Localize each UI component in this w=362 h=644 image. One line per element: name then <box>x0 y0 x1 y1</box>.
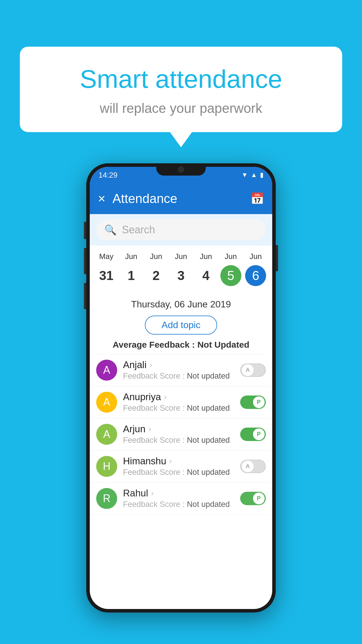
toggle-knob: P <box>253 428 265 440</box>
student-feedback: Feedback Score : Not updated <box>123 468 234 477</box>
phone-button-vol-down <box>84 283 86 309</box>
attendance-toggle[interactable]: A <box>240 363 266 377</box>
date-item[interactable]: Jun4 <box>194 252 217 286</box>
date-month-label: May <box>99 252 113 261</box>
battery-icon: ▮ <box>260 171 263 179</box>
student-item[interactable]: AArjun ›Feedback Score : Not updatedP <box>90 418 272 450</box>
phone-button-power <box>276 245 278 271</box>
signal-icon: ▲ <box>251 171 257 179</box>
chevron-right-icon: › <box>169 456 172 466</box>
student-name: Rahul › <box>123 488 234 499</box>
student-info: Anupriya ›Feedback Score : Not updated <box>123 391 234 413</box>
app-bar: × Attendance 📅 <box>90 183 272 214</box>
avg-feedback: Average Feedback : Not Updated <box>90 340 272 354</box>
attendance-toggle[interactable]: P <box>240 428 266 441</box>
attendance-toggle-wrap: P <box>240 428 266 441</box>
date-month-label: Jun <box>150 252 162 261</box>
date-month-label: Jun <box>200 252 212 261</box>
phone-notch <box>156 163 206 176</box>
calendar-icon[interactable]: 📅 <box>250 192 264 205</box>
student-avatar: R <box>96 488 117 509</box>
chevron-right-icon: › <box>150 360 152 370</box>
date-month-label: Jun <box>249 252 262 261</box>
wifi-icon: ▼ <box>241 171 248 179</box>
student-feedback: Feedback Score : Not updated <box>123 372 234 381</box>
phone-screen: 14:29 ▼ ▲ ▮ × Attendance 📅 🔍 Search <box>90 167 272 609</box>
attendance-toggle-wrap: A <box>240 460 266 473</box>
student-avatar: H <box>96 456 117 477</box>
date-picker[interactable]: May31Jun1Jun2Jun3Jun4Jun5Jun6 <box>90 246 272 294</box>
search-placeholder: Search <box>122 224 155 236</box>
student-avatar: A <box>96 424 117 445</box>
date-item[interactable]: Jun2 <box>145 252 168 286</box>
date-month-label: Jun <box>225 252 237 261</box>
toggle-knob: P <box>253 396 265 408</box>
student-info: Rahul ›Feedback Score : Not updated <box>123 488 234 509</box>
phone-button-mute <box>84 222 86 239</box>
student-avatar: A <box>96 360 117 381</box>
student-name: Anupriya › <box>123 391 234 402</box>
status-icons: ▼ ▲ ▮ <box>241 171 263 179</box>
feedback-value: Not updated <box>187 468 230 477</box>
search-container: 🔍 Search <box>90 214 272 246</box>
date-row: May31Jun1Jun2Jun3Jun4Jun5Jun6 <box>94 252 268 286</box>
phone-frame: 14:29 ▼ ▲ ▮ × Attendance 📅 🔍 Search <box>86 163 276 612</box>
phone-wrapper: 14:29 ▼ ▲ ▮ × Attendance 📅 🔍 Search <box>86 163 276 612</box>
attendance-toggle-wrap: P <box>240 396 266 409</box>
feedback-value: Not updated <box>187 500 230 509</box>
close-button[interactable]: × <box>98 191 106 206</box>
date-number[interactable]: 2 <box>146 265 167 286</box>
date-number[interactable]: 5 <box>220 265 241 286</box>
attendance-toggle-wrap: P <box>240 492 266 505</box>
student-item[interactable]: AAnupriya ›Feedback Score : Not updatedP <box>90 386 272 418</box>
student-feedback: Feedback Score : Not updated <box>123 436 234 445</box>
date-month-label: Jun <box>175 252 187 261</box>
date-number[interactable]: 3 <box>171 265 191 286</box>
feedback-value: Not updated <box>187 404 230 412</box>
student-name: Anjali › <box>123 359 234 370</box>
toggle-knob: A <box>242 461 254 472</box>
attendance-toggle[interactable]: A <box>240 460 266 473</box>
speech-bubble-title: Smart attendance <box>37 64 325 94</box>
attendance-toggle[interactable]: P <box>240 492 266 505</box>
phone-button-vol-up <box>84 248 86 274</box>
date-month-label: Jun <box>125 252 137 261</box>
phone-camera <box>178 166 184 173</box>
chevron-right-icon: › <box>164 392 166 402</box>
add-topic-button[interactable]: Add topic <box>145 316 217 335</box>
student-feedback: Feedback Score : Not updated <box>123 500 234 509</box>
attendance-toggle[interactable]: P <box>240 396 266 409</box>
app-title: Attendance <box>113 191 243 206</box>
student-item[interactable]: RRahul ›Feedback Score : Not updatedP <box>90 482 272 514</box>
speech-bubble-wrapper: Smart attendance will replace your paper… <box>20 47 342 132</box>
student-item[interactable]: AAnjali ›Feedback Score : Not updatedA <box>90 354 272 386</box>
avg-feedback-label: Average Feedback : <box>113 340 195 349</box>
student-name: Himanshu › <box>123 456 234 467</box>
date-number[interactable]: 4 <box>195 265 216 286</box>
chevron-right-icon: › <box>151 489 154 498</box>
toggle-knob: P <box>253 493 265 504</box>
add-topic-container: Add topic <box>90 312 272 340</box>
student-name: Arjun › <box>123 424 234 435</box>
date-number[interactable]: 31 <box>96 265 117 286</box>
speech-bubble-subtitle: will replace your paperwork <box>37 100 325 116</box>
selected-date-label: Thursday, 06 June 2019 <box>90 294 272 312</box>
date-item[interactable]: Jun6 <box>244 252 267 286</box>
student-item[interactable]: HHimanshu ›Feedback Score : Not updatedA <box>90 450 272 482</box>
student-list: AAnjali ›Feedback Score : Not updatedAAA… <box>90 354 272 514</box>
status-time: 14:29 <box>99 171 117 180</box>
student-info: Anjali ›Feedback Score : Not updated <box>123 359 234 381</box>
date-number[interactable]: 1 <box>121 265 142 286</box>
date-item[interactable]: Jun1 <box>120 252 143 286</box>
student-info: Himanshu ›Feedback Score : Not updated <box>123 456 234 477</box>
date-item[interactable]: May31 <box>95 252 118 286</box>
feedback-value: Not updated <box>187 436 230 444</box>
search-icon: 🔍 <box>104 224 117 236</box>
date-item[interactable]: Jun3 <box>169 252 193 286</box>
chevron-right-icon: › <box>148 424 151 434</box>
search-bar[interactable]: 🔍 Search <box>96 219 266 240</box>
speech-bubble: Smart attendance will replace your paper… <box>20 47 342 132</box>
date-number[interactable]: 6 <box>245 265 266 286</box>
student-info: Arjun ›Feedback Score : Not updated <box>123 424 234 445</box>
date-item[interactable]: Jun5 <box>219 252 242 286</box>
